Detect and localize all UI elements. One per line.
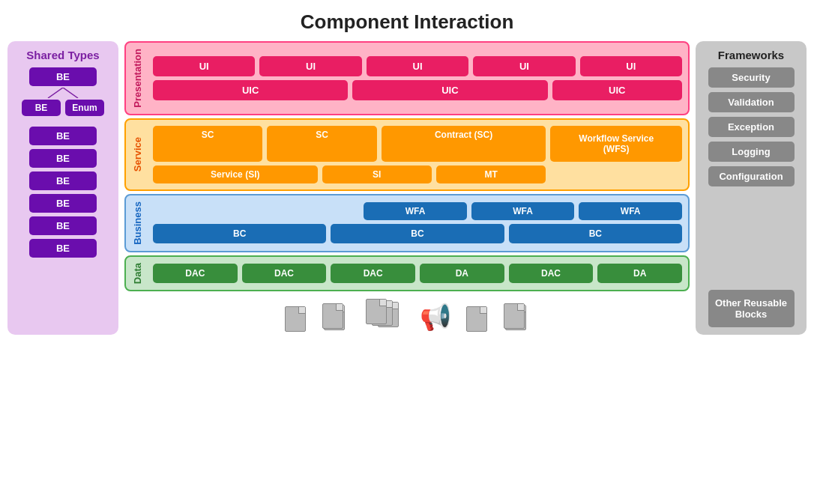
be-single-2: BE <box>29 149 97 168</box>
ui-box-1: UI <box>153 56 255 76</box>
ui-box-4: UI <box>473 56 575 76</box>
other-reusable-blocks: Other Reusable Blocks <box>708 290 795 327</box>
left-panel: Shared Types BE BE Enum BE BE BE BE BE B… <box>7 41 118 335</box>
data-layer: Data DAC DAC DAC DA DAC DA <box>124 255 690 291</box>
db-page-3c <box>366 299 387 324</box>
wfs-box: Workflow Service (WFS) <box>550 126 682 162</box>
be-single-1: BE <box>29 127 97 145</box>
main-layout: Shared Types BE BE Enum BE BE BE BE BE B… <box>0 41 814 335</box>
wfa-box-1: WFA <box>364 202 467 220</box>
wfa-row: WFA WFA WFA <box>153 202 682 220</box>
center-panel: Presentation UI UI UI UI UI UIC UIC UIC … <box>118 41 696 335</box>
si-box: SI <box>322 166 432 183</box>
presentation-label: Presentation <box>132 49 148 108</box>
be-single-6: BE <box>29 239 97 258</box>
page-title: Component Interaction <box>0 0 814 41</box>
right-panel: Frameworks Security Validation Exception… <box>696 41 807 335</box>
mt-box: MT <box>436 166 546 183</box>
fw-configuration: Configuration <box>708 166 795 186</box>
ui-box-2: UI <box>259 56 361 76</box>
fw-validation: Validation <box>708 92 795 112</box>
data-row: DAC DAC DAC DA DAC DA <box>153 264 682 283</box>
uic-box-3: UIC <box>552 80 683 100</box>
db-page-1 <box>285 306 306 332</box>
business-content: WFA WFA WFA BC BC BC <box>153 202 682 243</box>
sc-box-1: SC <box>153 126 262 162</box>
service-layer: Service SC SC Contract (SC) Workflow Ser… <box>124 118 690 191</box>
ui-row: UI UI UI UI UI <box>153 56 682 76</box>
ui-box-3: UI <box>367 56 468 76</box>
bc-row: BC BC BC <box>153 224 682 243</box>
service-si-box: Service (SI) <box>153 166 318 183</box>
bc-box-2: BC <box>331 224 504 243</box>
db-icon-action: 📢 <box>420 302 451 332</box>
da-box-2: DA <box>597 264 682 283</box>
svg-line-0 <box>48 88 63 98</box>
uic-row: UIC UIC UIC <box>153 80 682 100</box>
svg-line-1 <box>63 88 78 98</box>
fw-security: Security <box>708 67 795 88</box>
be-tree-branches: BE Enum <box>22 100 104 116</box>
business-layer: Business WFA WFA WFA BC BC BC <box>124 194 690 252</box>
be-single-3: BE <box>29 171 97 190</box>
be-single-4: BE <box>29 194 97 213</box>
dac-box-2: DAC <box>242 264 327 283</box>
ui-box-5: UI <box>580 56 682 76</box>
presentation-content: UI UI UI UI UI UIC UIC UIC <box>153 56 682 100</box>
be-tree-child-enum: Enum <box>65 100 104 116</box>
db-icon-1 <box>285 306 306 332</box>
service-label: Service <box>132 137 148 171</box>
uic-box-2: UIC <box>352 80 547 100</box>
bc-box-3: BC <box>509 224 682 243</box>
service-bottom-row: Service (SI) SI MT <box>153 166 682 183</box>
db-triple-3 <box>363 299 405 332</box>
data-label: Data <box>132 263 148 284</box>
service-top-row: SC SC Contract (SC) Workflow Service (WF… <box>153 126 682 162</box>
db-icon-3 <box>363 299 405 332</box>
service-content: SC SC Contract (SC) Workflow Service (WF… <box>153 126 682 183</box>
wfa-box-3: WFA <box>579 202 682 220</box>
db-page-5b <box>504 303 525 329</box>
be-tree-child-be: BE <box>22 100 61 116</box>
presentation-layer: Presentation UI UI UI UI UI UIC UIC UIC <box>124 41 690 115</box>
shared-types-title: Shared Types <box>26 49 99 61</box>
be-tree: BE BE Enum <box>13 67 112 116</box>
be-tree-root: BE <box>29 67 97 86</box>
db-page-2b <box>322 303 343 329</box>
bc-box-1: BC <box>153 224 326 243</box>
fw-exception: Exception <box>708 117 795 137</box>
db-icon-5 <box>502 302 529 332</box>
data-content: DAC DAC DAC DA DAC DA <box>153 264 682 283</box>
business-label: Business <box>132 201 148 245</box>
db-stack-2 <box>321 302 348 332</box>
db-icon-4 <box>466 306 487 332</box>
wfa-box-2: WFA <box>471 202 575 220</box>
dac-box-1: DAC <box>153 264 238 283</box>
bottom-icons-row: 📢 <box>235 294 579 335</box>
uic-box-1: UIC <box>153 80 348 100</box>
contract-sc-box: Contract (SC) <box>382 126 546 162</box>
da-box-1: DA <box>420 264 504 283</box>
frameworks-title: Frameworks <box>718 49 784 61</box>
db-stack-5 <box>502 302 529 332</box>
dac-box-3: DAC <box>331 264 415 283</box>
be-single-5: BE <box>29 216 97 235</box>
db-page-4 <box>466 306 487 332</box>
dac-box-4: DAC <box>509 264 594 283</box>
sc-box-2: SC <box>267 126 376 162</box>
fw-logging: Logging <box>708 142 795 162</box>
db-icon-2 <box>321 302 348 332</box>
